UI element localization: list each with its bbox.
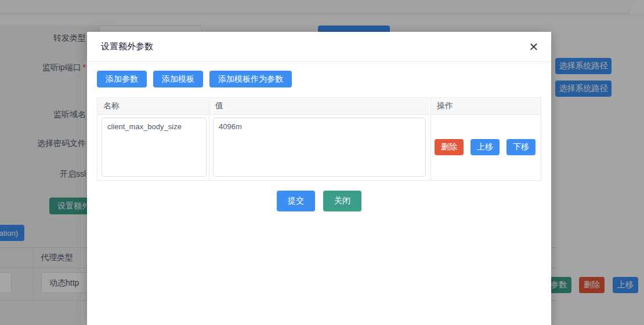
delete-param-button[interactable]: 删除 <box>435 139 464 155</box>
move-param-up-button[interactable]: 上移 <box>471 139 500 155</box>
actions-column-header: 操作 <box>431 98 541 114</box>
modal-title: 设置额外参数 <box>101 41 153 52</box>
params-table-header: 名称 值 操作 <box>97 98 541 115</box>
modal-header: 设置额外参数 ✕ <box>87 32 551 62</box>
row-actions: 删除 上移 下移 <box>431 115 541 155</box>
move-param-down-button[interactable]: 下移 <box>506 139 536 155</box>
modal-toolbar: 添加参数 添加模板 添加模板作为参数 <box>97 71 541 87</box>
param-name-cell <box>97 115 209 180</box>
name-column-header: 名称 <box>97 98 209 114</box>
params-table: 名称 值 操作 删除 上移 下移 <box>97 97 541 181</box>
extra-params-modal: 设置额外参数 ✕ 添加参数 添加模板 添加模板作为参数 名称 值 操作 <box>87 32 551 325</box>
submit-button[interactable]: 提交 <box>277 191 315 211</box>
param-actions-cell: 删除 上移 下移 <box>431 115 541 180</box>
param-value-textarea[interactable] <box>213 118 426 177</box>
modal-body: 添加参数 添加模板 添加模板作为参数 名称 值 操作 <box>87 62 551 211</box>
add-template-as-param-button[interactable]: 添加模板作为参数 <box>209 71 292 87</box>
add-template-button[interactable]: 添加模板 <box>153 71 203 87</box>
close-button[interactable]: 关闭 <box>323 191 361 211</box>
param-name-textarea[interactable] <box>102 118 207 177</box>
close-icon[interactable]: ✕ <box>526 39 542 55</box>
table-row: 删除 上移 下移 <box>97 115 541 180</box>
value-column-header: 值 <box>209 98 431 114</box>
add-param-button[interactable]: 添加参数 <box>97 71 147 87</box>
modal-footer: 提交 关闭 <box>97 191 541 211</box>
app-page: 转发类型 监听ip端口* 选择系统路径 选择系统路径 监听域名 选择密码文件 开… <box>0 0 644 325</box>
param-value-cell <box>209 115 431 180</box>
